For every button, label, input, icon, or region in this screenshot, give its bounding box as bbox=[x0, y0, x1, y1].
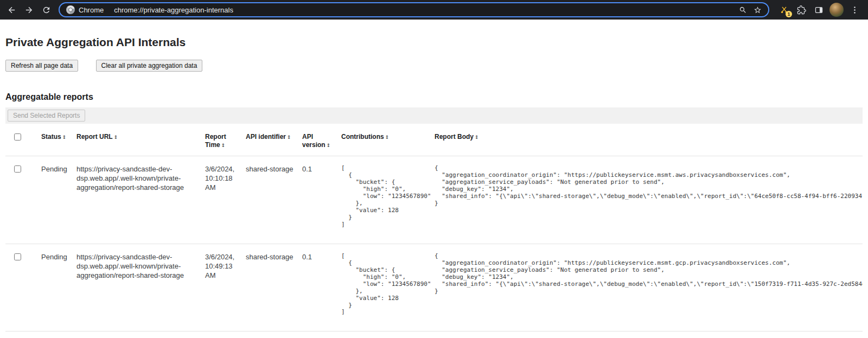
column-header-status[interactable]: Status↕ bbox=[37, 126, 72, 156]
report-url-cell: https://privacy-sandcastle-dev-dsp.web.a… bbox=[72, 156, 201, 244]
chrome-logo-icon bbox=[66, 5, 75, 14]
forward-icon bbox=[24, 5, 34, 15]
chrome-chip-label: Chrome bbox=[79, 6, 104, 14]
column-label: Report Body bbox=[435, 133, 474, 141]
column-header-contributions[interactable]: Contributions↕ bbox=[337, 126, 430, 156]
select-all-checkbox[interactable] bbox=[14, 133, 21, 141]
row-checkbox[interactable] bbox=[14, 253, 21, 260]
address-bar[interactable]: Chrome chrome://private-aggregation-inte… bbox=[59, 2, 769, 17]
page-actions: Refresh all page data Clear all private … bbox=[5, 60, 863, 72]
refresh-all-button[interactable]: Refresh all page data bbox=[5, 60, 78, 72]
column-label: Status bbox=[41, 133, 61, 141]
search-icon[interactable] bbox=[739, 6, 747, 14]
report-body-cell: { "aggregation_coordinator_origin": "htt… bbox=[430, 156, 863, 244]
contributions-cell: [ { "bucket": { "high": "0", "low": "123… bbox=[337, 244, 430, 331]
column-label: API version bbox=[302, 133, 326, 149]
table-header-row: Status↕ Report URL↕ Report Time↕ API ide… bbox=[5, 126, 863, 156]
report-time-cell: 3/6/2024, 10:49:13 AM bbox=[201, 244, 241, 331]
sort-icon: ↕ bbox=[327, 143, 331, 148]
api-identifier-cell: shared-storage bbox=[241, 244, 298, 331]
menu-icon[interactable] bbox=[846, 2, 863, 18]
extension-badge: 1 bbox=[786, 11, 792, 17]
status-cell: Pending bbox=[37, 156, 72, 244]
extension-action-icon[interactable]: 1 bbox=[776, 2, 792, 18]
row-checkbox[interactable] bbox=[14, 165, 21, 173]
column-header-report-time[interactable]: Report Time↕ bbox=[201, 126, 241, 156]
profile-avatar[interactable] bbox=[829, 3, 844, 17]
back-icon bbox=[7, 5, 16, 15]
column-header-report-url[interactable]: Report URL↕ bbox=[72, 126, 201, 156]
page-content: Private Aggregation API Internals Refres… bbox=[0, 36, 868, 331]
reports-table: Status↕ Report URL↕ Report Time↕ API ide… bbox=[5, 126, 863, 331]
page-title: Private Aggregation API Internals bbox=[5, 36, 863, 49]
report-url-cell: https://privacy-sandcastle-dev-dsp.web.a… bbox=[72, 244, 201, 331]
section-title: Aggregatable reports bbox=[5, 92, 863, 102]
column-header-report-body[interactable]: Report Body↕ bbox=[430, 126, 863, 156]
clear-all-button[interactable]: Clear all private aggregation data bbox=[96, 60, 203, 72]
send-selected-reports-button[interactable]: Send Selected Reports bbox=[8, 110, 85, 122]
sort-icon: ↕ bbox=[62, 135, 67, 140]
report-row: Pending https://privacy-sandcastle-dev-d… bbox=[5, 244, 863, 331]
side-panel-icon[interactable] bbox=[810, 2, 827, 18]
reports-toolbar: Send Selected Reports bbox=[5, 107, 863, 124]
sort-icon: ↕ bbox=[221, 143, 226, 148]
sort-icon: ↕ bbox=[287, 135, 291, 140]
bookmark-star-icon[interactable] bbox=[754, 6, 762, 14]
sort-icon: ↕ bbox=[114, 135, 118, 140]
forward-button[interactable] bbox=[21, 2, 37, 18]
column-header-api-identifier[interactable]: API identifier↕ bbox=[241, 126, 298, 156]
sort-icon: ↕ bbox=[385, 135, 390, 140]
browser-toolbar: Chrome chrome://private-aggregation-inte… bbox=[0, 0, 868, 20]
contributions-cell: [ { "bucket": { "high": "0", "low": "123… bbox=[337, 156, 430, 244]
sort-icon: ↕ bbox=[475, 135, 479, 140]
report-row: Pending https://privacy-sandcastle-dev-d… bbox=[5, 156, 863, 244]
extensions-puzzle-icon[interactable] bbox=[793, 2, 809, 18]
back-button[interactable] bbox=[3, 2, 20, 18]
api-identifier-cell: shared-storage bbox=[241, 156, 298, 244]
column-label: Contributions bbox=[341, 133, 384, 141]
url-text: chrome://private-aggregation-internals bbox=[114, 6, 735, 14]
reload-button[interactable] bbox=[38, 2, 54, 18]
api-version-cell: 0.1 bbox=[298, 244, 337, 331]
report-body-cell: { "aggregation_coordinator_origin": "htt… bbox=[430, 244, 863, 331]
status-cell: Pending bbox=[37, 244, 72, 331]
api-version-cell: 0.1 bbox=[298, 156, 337, 244]
column-header-api-version[interactable]: API version↕ bbox=[298, 126, 337, 156]
report-time-cell: 3/6/2024, 10:10:18 AM bbox=[201, 156, 241, 244]
column-label: Report URL bbox=[76, 133, 113, 141]
column-label: API identifier bbox=[246, 133, 286, 141]
reload-icon bbox=[42, 5, 51, 15]
